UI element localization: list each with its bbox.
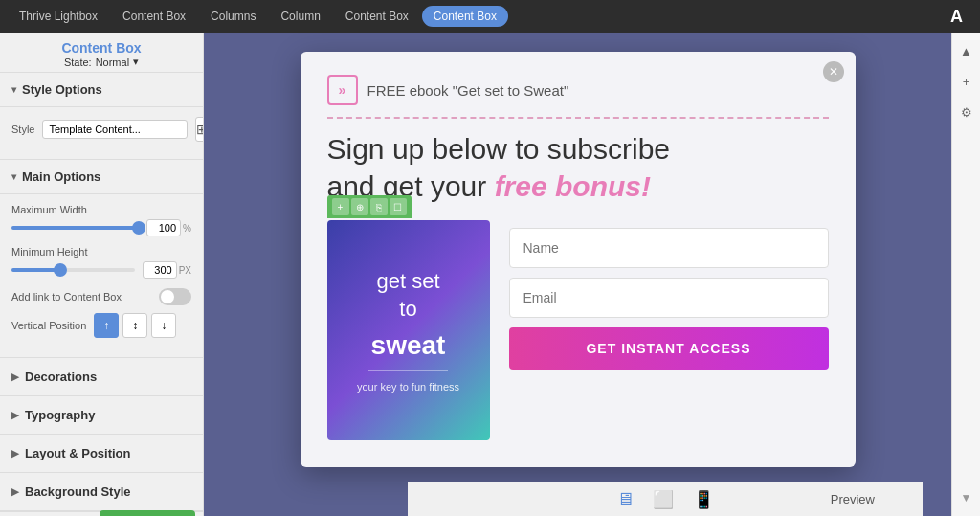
device-bar: 🖥 ⬜ 📱 Preview (408, 482, 923, 516)
background-style-label: Background Style (25, 484, 131, 499)
max-width-option: Maximum Width % (11, 204, 191, 236)
toolbar-move-icon[interactable]: ⊕ (351, 198, 368, 215)
chevron-right-icon: ▶ (11, 371, 19, 382)
typography-label: Typography (25, 408, 95, 422)
nav-content-box-1[interactable]: Content Box (111, 6, 197, 27)
toggle-knob (161, 290, 174, 303)
panel-title: Content Box (0, 40, 203, 56)
ebook-text: FREE ebook "Get set to Sweat" (368, 82, 569, 99)
typography-section[interactable]: ▶ Typography (0, 396, 203, 435)
link-toggle-label: Add link to Content Box (11, 291, 122, 303)
max-width-value-box: % (146, 219, 191, 236)
left-panel: Content Box State: Normal ▾ ▾ Style Opti… (0, 33, 204, 516)
style-options-label: Style Options (22, 82, 102, 97)
style-options-header[interactable]: ▾ Style Options (0, 73, 203, 107)
layout-section[interactable]: ▶ Layout & Position (0, 435, 203, 473)
center-area: ✕ » FREE ebook "Get set to Sweat" Sign u… (204, 33, 951, 516)
state-label: State: (64, 56, 92, 68)
max-width-label: Maximum Width (11, 204, 191, 215)
gear-icon[interactable]: ⚙ (956, 101, 977, 123)
tablet-icon[interactable]: ⬜ (653, 489, 674, 510)
mobile-icon[interactable]: 📱 (693, 489, 714, 510)
toolbar-plus-icon[interactable]: + (332, 198, 349, 215)
vpos-row: Vertical Position ↑ ↕ ↓ (11, 313, 191, 338)
style-options-body: Style ⊞ (0, 107, 203, 160)
panel-header: Content Box State: Normal ▾ (0, 33, 203, 73)
min-height-value-box: PX (143, 261, 191, 279)
nav-content-box-active[interactable]: Content Box (422, 6, 508, 27)
nav-logo: A (941, 7, 972, 27)
min-height-unit: PX (179, 265, 191, 276)
style-template-icon[interactable]: ⊞ (195, 117, 204, 142)
modal-headline: Sign up below to subscribe and get your … (327, 130, 829, 205)
right-sidebar: ▲ + ⚙ ▼ (951, 33, 980, 516)
book-cover: get set to sweat your key to fun fitness (327, 220, 490, 440)
nav-columns[interactable]: Columns (199, 6, 267, 27)
modal-box: ✕ » FREE ebook "Get set to Sweat" Sign u… (301, 52, 856, 467)
max-width-slider-row: % (11, 219, 191, 236)
link-toggle[interactable] (159, 288, 191, 305)
vpos-label: Vertical Position (11, 320, 86, 331)
save-bar: ↺ 🕐 ↻ SAVE WORK ▾ (0, 511, 203, 516)
nav-thrive-lightbox[interactable]: Thrive Lightbox (8, 6, 109, 27)
main-options-label: Main Options (22, 169, 100, 184)
book-divider (368, 370, 448, 371)
style-select-input[interactable] (42, 120, 188, 139)
up-arrow-icon[interactable]: ▲ (956, 40, 977, 61)
panel-state: State: Normal ▾ (0, 56, 203, 68)
headline-part1: Sign up below to subscribe (327, 133, 671, 165)
name-input[interactable] (509, 228, 829, 268)
toolbar-copy-icon[interactable]: ⎘ (370, 198, 388, 215)
content-row: + ⊕ ⎘ ☐ get set to sweat your key to fun… (327, 220, 829, 440)
chevron-right-icon-2: ▶ (11, 410, 19, 420)
top-nav: Thrive Lightbox Content Box Columns Colu… (0, 0, 980, 33)
background-style-section[interactable]: ▶ Background Style (0, 473, 203, 511)
main-options-header[interactable]: ▾ Main Options (0, 160, 203, 194)
max-width-thumb[interactable] (132, 221, 145, 235)
book-toolbar: + ⊕ ⎘ ☐ (327, 195, 412, 218)
toolbar-delete-icon[interactable]: ☐ (390, 198, 407, 215)
chevron-down-icon-2: ▾ (11, 171, 16, 182)
min-height-label: Minimum Height (11, 246, 191, 258)
form-area: GET INSTANT ACCESS (509, 220, 829, 370)
decorations-label: Decorations (25, 370, 97, 384)
vpos-bottom-button[interactable]: ↓ (151, 313, 176, 338)
get-instant-access-button[interactable]: GET INSTANT ACCESS (509, 327, 829, 370)
headline-highlight: free bonus! (495, 170, 651, 202)
chevron-double-icon: » (339, 82, 346, 98)
book-subtitle: your key to fun fitness (357, 381, 459, 393)
max-width-input[interactable] (146, 219, 181, 236)
main-layout: Content Box State: Normal ▾ ▾ Style Opti… (0, 33, 980, 516)
chevron-right-icon-4: ▶ (11, 486, 19, 497)
preview-button[interactable]: Preview (831, 492, 875, 506)
vpos-top-button[interactable]: ↑ (94, 313, 119, 338)
save-work-button[interactable]: SAVE WORK ▾ (100, 510, 195, 517)
email-input[interactable] (509, 278, 829, 318)
layout-label: Layout & Position (25, 446, 131, 460)
chevron-down-icon: ▾ (11, 84, 16, 95)
down-arrow-icon[interactable]: ▼ (956, 487, 977, 508)
style-field-label: Style (11, 123, 34, 135)
book-container: + ⊕ ⎘ ☐ get set to sweat your key to fun… (327, 220, 490, 440)
nav-column[interactable]: Column (269, 6, 331, 27)
vpos-middle-button[interactable]: ↕ (122, 313, 147, 338)
max-width-slider-track[interactable] (11, 226, 139, 230)
min-height-thumb[interactable] (54, 263, 67, 277)
chevron-right-icon-3: ▶ (11, 448, 19, 459)
min-height-input[interactable] (143, 261, 177, 279)
ebook-icon: » (327, 75, 358, 105)
ebook-banner: » FREE ebook "Get set to Sweat" (327, 75, 829, 119)
state-chevron: ▾ (133, 56, 139, 68)
decorations-section[interactable]: ▶ Decorations (0, 358, 203, 396)
modal-close-button[interactable]: ✕ (823, 61, 844, 82)
min-height-slider-track[interactable] (11, 268, 135, 272)
min-height-slider-row: PX (11, 261, 191, 279)
nav-content-box-2[interactable]: Content Box (334, 6, 420, 27)
desktop-icon[interactable]: 🖥 (616, 489, 634, 509)
plus-icon[interactable]: + (956, 71, 977, 92)
main-options-body: Maximum Width % Minimum Height (0, 194, 203, 358)
state-value: Normal (96, 56, 129, 68)
max-width-unit: % (183, 223, 191, 234)
style-row: Style ⊞ (11, 117, 191, 142)
book-title-top: get set to (376, 268, 439, 323)
